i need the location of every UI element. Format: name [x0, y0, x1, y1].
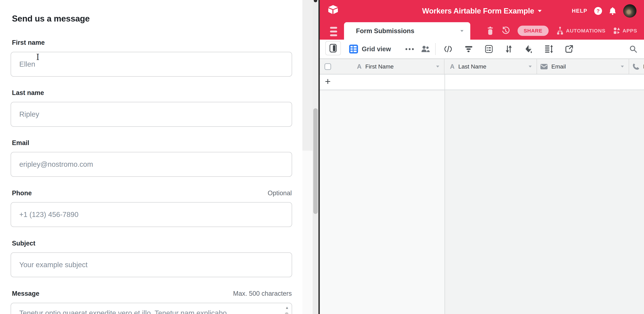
airtable-pane: Workers Airtable Form Example HELP ? For… [320, 0, 644, 314]
frozen-column-divider[interactable] [444, 75, 445, 314]
contact-form-pane: Send us a message First name I Last name… [0, 0, 318, 314]
search-icon[interactable] [629, 45, 637, 53]
toolbar-divider [435, 43, 436, 55]
row-height-icon[interactable] [545, 45, 553, 53]
table-tab-caret-icon [460, 30, 464, 32]
email-input[interactable] [10, 152, 292, 177]
column-header-last-name[interactable]: A Last Name [444, 59, 537, 74]
active-table-name: Form Submissions [356, 27, 414, 35]
add-record-row[interactable]: + [320, 75, 644, 90]
view-more-options-icon[interactable] [406, 40, 414, 59]
tab-form-submissions[interactable]: Form Submissions [344, 22, 470, 40]
apps-button[interactable]: APPS [613, 27, 637, 35]
form-side-gutter-lower [302, 151, 312, 314]
phone-input[interactable] [10, 202, 292, 227]
sort-icon[interactable] [505, 45, 512, 53]
form-page-scrollbar-thumb[interactable] [313, 108, 318, 214]
select-all-cell [320, 59, 348, 74]
phone-label: Phone [12, 189, 32, 197]
message-textarea[interactable] [10, 303, 292, 314]
phone-field-type-icon [632, 63, 640, 70]
share-view-icon[interactable] [565, 45, 573, 53]
column-caret-icon [529, 66, 532, 68]
base-title: Workers Airtable Form Example [422, 7, 534, 15]
subject-input[interactable] [10, 252, 292, 277]
collaborators-icon[interactable] [421, 45, 430, 53]
textarea-scrollbar-thumb[interactable] [285, 312, 288, 314]
base-title-caret-icon [538, 10, 542, 12]
share-button[interactable]: SHARE [518, 26, 548, 36]
column-header-phone[interactable]: Phone [629, 59, 644, 74]
add-record-plus-icon[interactable]: + [325, 76, 331, 86]
help-button[interactable]: HELP [572, 8, 587, 14]
notifications-bell-icon[interactable] [609, 7, 616, 15]
last-name-label: Last name [12, 89, 44, 97]
trash-icon[interactable] [487, 27, 494, 35]
apps-icon [613, 27, 620, 35]
history-icon[interactable] [502, 27, 510, 35]
text-field-type-icon: A [450, 63, 454, 70]
automations-icon [556, 27, 564, 35]
last-name-input[interactable] [10, 102, 292, 127]
hide-fields-icon[interactable] [444, 45, 452, 53]
airtable-topbar: Workers Airtable Form Example HELP ? [320, 0, 644, 22]
column-header-first-name[interactable]: A First Name [348, 59, 444, 74]
tables-menu-icon[interactable] [330, 27, 337, 36]
email-label: Email [12, 139, 29, 147]
grid-empty-area [320, 91, 444, 314]
view-toolbar: Grid view [320, 40, 644, 59]
view-sidebar-toggle-button[interactable] [325, 41, 341, 55]
text-cursor-icon: I [36, 52, 40, 62]
grid-header-row: A First Name A Last Name Email [320, 59, 644, 75]
filter-icon[interactable] [465, 46, 473, 53]
automations-button[interactable]: AUTOMATIONS [556, 27, 606, 35]
textarea-scroll-up-icon[interactable]: ▲ [284, 305, 290, 310]
column-header-email[interactable]: Email [537, 59, 629, 74]
first-name-input[interactable] [10, 52, 292, 77]
phone-optional-note: Optional [268, 189, 292, 197]
text-field-type-icon: A [357, 63, 362, 70]
column-caret-icon [621, 66, 624, 68]
message-maxchars-note: Max. 500 characters [233, 290, 292, 297]
message-label: Message [12, 290, 40, 297]
email-field-type-icon [540, 64, 548, 69]
sidebar-toggle-icon [330, 44, 337, 53]
group-icon[interactable] [485, 45, 493, 53]
color-icon[interactable] [524, 45, 532, 53]
form-side-gutter [302, 0, 312, 151]
window-split-divider[interactable] [318, 0, 320, 314]
column-caret-icon [436, 66, 439, 68]
first-name-label: First name [12, 39, 45, 46]
select-all-checkbox[interactable] [324, 63, 331, 70]
form-heading: Send us a message [12, 14, 90, 24]
help-question-icon[interactable]: ? [594, 7, 602, 15]
subject-label: Subject [12, 240, 35, 247]
view-name[interactable]: Grid view [362, 40, 391, 59]
airtable-tabbar: Form Submissions [320, 22, 644, 40]
user-avatar[interactable] [623, 4, 636, 18]
grid-view-icon [349, 45, 358, 54]
